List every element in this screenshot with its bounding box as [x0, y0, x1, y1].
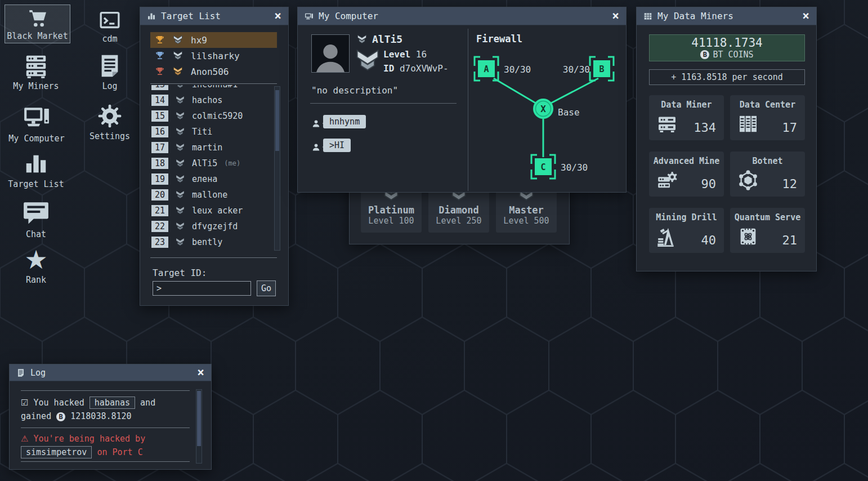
- rank-number: 14: [151, 95, 168, 106]
- chevron-badge-gold-icon: [172, 66, 184, 77]
- close-icon[interactable]: ×: [612, 10, 619, 22]
- my-computer-window-header[interactable]: My Computer ×: [298, 7, 626, 25]
- sidebar-item-label: My Computer: [8, 133, 64, 144]
- badge-name: Master: [509, 204, 543, 216]
- target-row-self[interactable]: 18AlTi5(me): [140, 155, 271, 171]
- coins-balance-box: 41118.1734 B BT COINS: [649, 34, 805, 61]
- data-miners-window: My Data Miners × 41118.1734 B BT COINS +…: [636, 7, 817, 271]
- rank-number: 23: [151, 237, 168, 248]
- chevron-badge-icon: [172, 34, 184, 46]
- quantum-server-icon: [737, 225, 759, 248]
- grid-icon: [643, 12, 652, 21]
- miner-card-mining-drill[interactable]: Mining Drill 40: [649, 208, 724, 253]
- firewall-diagram: A 30/30 B 30/30 X Base C 30/: [471, 52, 624, 191]
- sidebar-item-label: My Miners: [13, 81, 59, 91]
- miner-count: 17: [782, 121, 798, 135]
- miner-card-quantum-server[interactable]: Quantum Serve 21: [730, 208, 805, 253]
- window-title: My Computer: [319, 11, 378, 21]
- sidebar-item-label: Rank: [26, 275, 46, 285]
- miner-card-data-miner[interactable]: Data Miner 134: [649, 95, 724, 140]
- sidebar-item-label: Black Market: [7, 31, 68, 41]
- scrollbar-thumb[interactable]: [197, 391, 201, 446]
- id-label: ID: [383, 63, 394, 74]
- log-text: on Port C: [97, 447, 142, 457]
- firewall-port-c[interactable]: C: [531, 155, 555, 179]
- go-button[interactable]: Go: [257, 280, 276, 296]
- terminal-icon: [99, 9, 121, 32]
- target-row[interactable]: 22dfvgzejfd: [140, 219, 271, 234]
- scrollbar-thumb[interactable]: [275, 90, 279, 151]
- sidebar-item-label: cdm: [102, 34, 117, 44]
- chevron-badge-icon: [356, 34, 368, 45]
- sidebar-item-my-miners[interactable]: My Miners: [8, 53, 64, 91]
- sidebar-item-cdm[interactable]: cdm: [92, 9, 128, 44]
- firewall-port-a[interactable]: A: [475, 57, 498, 81]
- target-list-window-header[interactable]: Target List ×: [140, 7, 288, 25]
- miner-card-advanced-miner[interactable]: Advanced Mine 90: [649, 152, 724, 197]
- miner-count: 90: [701, 177, 717, 191]
- target-id-input[interactable]: [153, 281, 251, 296]
- target-row-rank1[interactable]: hx9: [150, 32, 277, 48]
- close-icon[interactable]: ×: [197, 367, 204, 378]
- coins-amount: 41118.1734: [691, 36, 762, 50]
- scrollbar[interactable]: [196, 389, 202, 464]
- firewall-port-b[interactable]: B: [590, 57, 614, 81]
- firewall-base-node[interactable]: X: [533, 99, 553, 119]
- chevron-badge-icon: [175, 85, 185, 90]
- window-title: Target List: [161, 11, 221, 21]
- target-row[interactable]: 19елена: [140, 171, 271, 187]
- target-row[interactable]: 16Titi: [140, 124, 271, 140]
- sidebar-item-rank[interactable]: ★ Rank: [14, 247, 59, 285]
- miner-card-data-center[interactable]: Data Center 17: [730, 95, 805, 140]
- close-icon[interactable]: ×: [274, 10, 281, 22]
- target-row[interactable]: 23bently: [140, 234, 271, 250]
- target-name: colmic5920: [192, 111, 243, 121]
- target-row[interactable]: 14hachos: [140, 92, 271, 108]
- sidebar-item-my-computer[interactable]: My Computer: [3, 103, 70, 144]
- sidebar-item-settings[interactable]: Settings: [84, 103, 135, 141]
- checkbox-icon: ☑: [21, 398, 28, 408]
- attacker-button[interactable]: simsimpetrov: [21, 446, 92, 458]
- target-row[interactable]: 13inconnu#1: [140, 85, 271, 92]
- target-scroll-list: 13inconnu#1 14hachos 15colmic5920 16Titi…: [140, 85, 271, 252]
- sidebar-item-black-market[interactable]: Black Market: [5, 5, 70, 43]
- target-list-window: Target List × hx9: [140, 7, 289, 306]
- close-icon[interactable]: ×: [802, 10, 809, 22]
- datacenter-icon: [737, 113, 759, 135]
- chevron-badge-icon: [172, 50, 184, 61]
- sidebar-item-label: Chat: [26, 229, 46, 239]
- rank-number: 13: [151, 85, 168, 90]
- target-row-rank2[interactable]: lilsharky: [150, 48, 277, 64]
- divider: [150, 83, 277, 84]
- badge-level: Level 500: [503, 216, 549, 226]
- port-hp-label: 30/30: [563, 64, 590, 75]
- sidebar-item-chat[interactable]: Chat: [14, 199, 59, 239]
- chevron-badge-icon: [175, 174, 185, 184]
- target-row[interactable]: 17martin: [140, 140, 271, 155]
- sidebar-item-log[interactable]: Log: [92, 53, 128, 91]
- miner-card-botnet[interactable]: Botnet 12: [730, 152, 805, 197]
- log-window-header[interactable]: Log ×: [10, 364, 211, 381]
- data-miners-window-header[interactable]: My Data Miners ×: [637, 7, 816, 25]
- chat-bubble: hnhynm: [323, 115, 366, 128]
- badge-level: Level 100: [368, 216, 414, 226]
- btc-coin-icon: B: [56, 412, 65, 421]
- chevron-badge-icon: [175, 95, 185, 105]
- svg-text:C: C: [540, 162, 545, 172]
- scrollbar[interactable]: [274, 86, 280, 251]
- port-hp-label: 30/30: [504, 64, 531, 75]
- firewall-link: [549, 78, 598, 104]
- port-hp-label: 30/30: [561, 162, 588, 173]
- target-row[interactable]: 15colmic5920: [140, 108, 271, 124]
- hacked-target-button[interactable]: habanas: [90, 397, 135, 409]
- level-line: Level 16: [383, 49, 427, 60]
- target-row[interactable]: 20mallone: [140, 187, 271, 203]
- target-row[interactable]: 21leux acker: [140, 203, 271, 219]
- divider: [468, 29, 468, 191]
- divider: [150, 257, 277, 258]
- rank-number: 21: [151, 205, 168, 216]
- miner-count: 21: [782, 233, 798, 247]
- target-row-rank3[interactable]: Anon506: [150, 64, 277, 79]
- sidebar-item-target-list[interactable]: Target List: [6, 151, 66, 189]
- gear-icon: [97, 103, 123, 129]
